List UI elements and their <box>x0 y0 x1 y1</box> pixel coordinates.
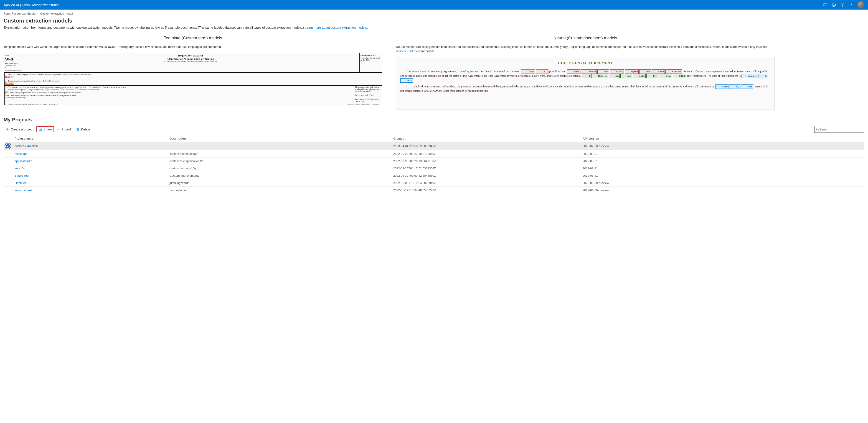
template-model-desc: Template models work well when the targe… <box>4 45 382 49</box>
template-model-preview: FormW-9(Rev. October 2018)Department of … <box>4 53 382 105</box>
avatar[interactable] <box>858 1 864 8</box>
projects-toolbar: Create a project Share Import Delete <box>4 126 864 133</box>
page-title: Custom extraction models <box>4 18 864 24</box>
row-select-cell[interactable] <box>4 150 12 157</box>
neural-model-column: Neural (Custom document) models Neural m… <box>396 36 775 110</box>
table-row[interactable]: Lienfluentjumbling words2022-06-09T18:19… <box>4 179 864 186</box>
search-icon <box>816 127 819 131</box>
table-row[interactable]: custom-extraction2023-04-04T23:58:29.809… <box>4 142 864 150</box>
import-button[interactable]: Import <box>55 126 73 132</box>
neural-model-heading: Neural (Custom document) models <box>396 36 775 42</box>
projects-table: Project name Description Created↓ API Ve… <box>4 135 864 194</box>
project-description: custom test application12 <box>167 157 391 164</box>
breadcrumb: Form Recognizer Studio › Custom extracti… <box>0 9 868 18</box>
project-created: 2022-06-09T18:19:34.8828919Z <box>391 179 580 186</box>
project-api-version: 2022-01-30-preview <box>580 186 864 194</box>
col-name[interactable]: Project name <box>12 135 167 142</box>
search-box[interactable] <box>814 126 864 133</box>
row-select-cell[interactable] <box>4 164 12 172</box>
sort-desc-icon: ↓ <box>405 137 406 140</box>
delete-button[interactable]: Delete <box>74 126 92 132</box>
col-created[interactable]: Created↓ <box>391 135 580 142</box>
table-row[interactable]: test-custom-2For customer2022-05-17T18:3… <box>4 186 864 194</box>
project-api-version: 2022-08-31 <box>580 164 864 172</box>
neural-model-preview: HOUSE RENTAL AGREEMENT This House Rental… <box>396 57 775 110</box>
neural-model-desc: Neural models can flexibly handle both s… <box>396 45 775 54</box>
project-api-version: 2022-08-31 <box>580 172 864 179</box>
template-model-column: Template (Custom form) models Template m… <box>4 36 382 110</box>
row-select-cell[interactable] <box>4 179 12 186</box>
row-select-cell[interactable] <box>4 142 12 150</box>
project-created: 2022-08-30T00:53:32.8848859Z <box>391 172 580 179</box>
click-here-link[interactable]: Click here <box>407 50 421 53</box>
keyboard-icon[interactable] <box>823 2 828 7</box>
share-button[interactable]: Share <box>36 126 54 132</box>
project-api-version: 2023-02-28-preview <box>580 142 864 150</box>
project-created: 2023-04-04T23:58:29.8099941Z <box>391 142 580 150</box>
table-row[interactable]: application12custom test application1220… <box>4 157 864 164</box>
project-link[interactable]: sec-10q <box>14 167 25 170</box>
row-select-cell[interactable] <box>4 172 12 179</box>
project-api-version: 2022-08-31 <box>580 157 864 164</box>
project-link[interactable]: Studio Test <box>14 174 29 177</box>
breadcrumb-root[interactable]: Form Recognizer Studio <box>4 12 35 15</box>
top-bar: Applied AI | Form Recognizer Studio <box>0 0 868 9</box>
project-created: 2022-09-20T01:20:13.3647188Z <box>391 157 580 164</box>
row-select-cell[interactable] <box>4 157 12 164</box>
app-title: Applied AI | Form Recognizer Studio <box>4 3 823 7</box>
page-description: Extract information from forms and docum… <box>4 26 864 29</box>
svg-point-2 <box>842 4 843 5</box>
smile-icon[interactable] <box>832 2 836 7</box>
table-row[interactable]: sec-10qcustom test sec-10q2022-09-20T01:… <box>4 164 864 172</box>
breadcrumb-current[interactable]: Custom extraction model <box>40 12 73 15</box>
project-created: 2022-09-20T01:22:19.8188659Z <box>391 150 580 157</box>
svg-point-1 <box>832 3 836 7</box>
project-api-version: 2022-08-31 <box>580 150 864 157</box>
project-link[interactable]: test-custom-2 <box>14 188 33 192</box>
svg-rect-0 <box>824 4 827 6</box>
chevron-right-icon: › <box>37 12 38 15</box>
col-select <box>4 135 12 142</box>
svg-point-3 <box>816 128 818 130</box>
template-model-heading: Template (Custom form) models <box>4 36 382 42</box>
project-api-version: 2022-06-30-preview <box>580 179 864 186</box>
project-created: 2022-09-20T01:17:52.6319364Z <box>391 164 580 172</box>
create-project-button[interactable]: Create a project <box>4 126 35 132</box>
table-row[interactable]: Studio TestCustom Improvements2022-08-30… <box>4 172 864 179</box>
project-description: custom test multipage <box>167 150 391 157</box>
project-description: Custom Improvements <box>167 172 391 179</box>
table-row[interactable]: multipagecustom test multipage2022-09-20… <box>4 150 864 157</box>
project-link[interactable]: multipage <box>14 152 27 155</box>
help-icon[interactable] <box>849 2 854 7</box>
row-select-cell[interactable] <box>4 186 12 194</box>
project-description <box>167 142 391 150</box>
checkmark-icon[interactable] <box>6 144 10 148</box>
project-link[interactable]: custom-extraction <box>14 144 38 148</box>
search-input[interactable] <box>819 127 863 131</box>
my-projects-heading: My Projects <box>4 117 864 123</box>
gear-icon[interactable] <box>840 2 845 7</box>
model-types-row: Template (Custom form) models Template m… <box>4 36 864 110</box>
project-description: custom test sec-10q <box>167 164 391 172</box>
learn-more-link[interactable]: Learn more about custom extraction model… <box>305 26 367 29</box>
project-created: 2022-05-17T18:34:48.6535223Z <box>391 186 580 194</box>
col-description[interactable]: Description <box>167 135 391 142</box>
project-description: jumbling words <box>167 179 391 186</box>
project-link[interactable]: Lienfluent <box>14 181 27 185</box>
topbar-icons <box>823 1 864 8</box>
project-description: For customer <box>167 186 391 194</box>
col-api-version[interactable]: API Version <box>580 135 864 142</box>
project-link[interactable]: application12 <box>14 159 32 163</box>
